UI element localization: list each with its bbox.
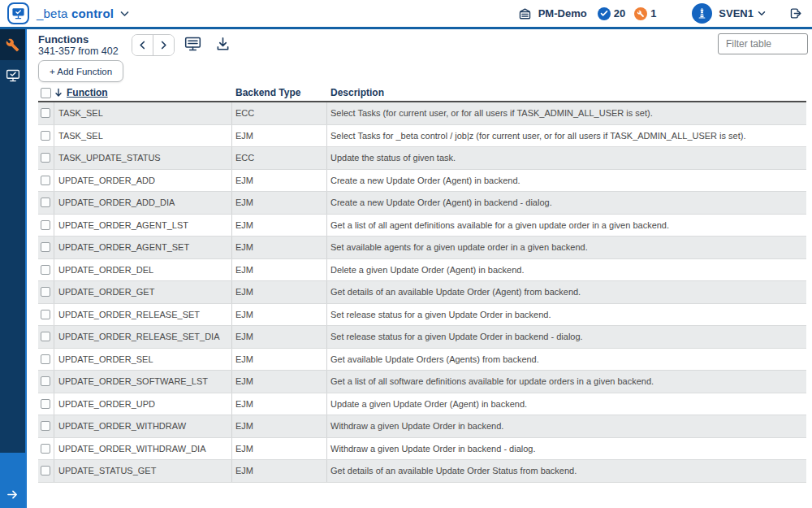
row-checkbox[interactable]	[41, 242, 50, 252]
column-function[interactable]: Function	[54, 87, 232, 98]
row-checkbox-cell	[38, 281, 54, 303]
chevron-down-icon[interactable]	[758, 11, 766, 16]
table-row[interactable]: UPDATE_ORDER_RELEASE_SET EJM Set release…	[38, 304, 806, 327]
column-function-label[interactable]: Function	[67, 87, 108, 98]
cell-description: Get available Update Orders (Agents) fro…	[327, 349, 806, 371]
table-row[interactable]: TASK_UPDATE_STATUS ECC Update the status…	[38, 147, 806, 170]
system-label: PM-Demo	[538, 7, 587, 20]
row-checkbox[interactable]	[41, 444, 50, 454]
column-backend-type[interactable]: Backend Type	[232, 87, 327, 98]
cell-description: Set available agents for a given update …	[327, 237, 806, 258]
cell-function: UPDATE_ORDER_SOFTWARE_LST	[54, 371, 232, 393]
cell-function: UPDATE_ORDER_WITHDRAW_DIA	[54, 438, 232, 460]
cell-function: UPDATE_ORDER_WITHDRAW	[54, 415, 232, 437]
row-checkbox[interactable]	[41, 376, 50, 386]
wrench-circle-icon[interactable]	[634, 7, 647, 20]
username[interactable]: SVEN1	[719, 7, 754, 20]
table-row[interactable]: UPDATE_ORDER_WITHDRAW EJM Withdraw a giv…	[38, 415, 806, 438]
table-row[interactable]: UPDATE_ORDER_GET EJM Get details of an a…	[38, 281, 806, 304]
cell-description: Select Tasks (for current user, or for a…	[327, 102, 806, 124]
row-checkbox-cell	[38, 460, 54, 482]
page-title: Functions	[38, 33, 89, 46]
row-checkbox-cell	[38, 125, 54, 147]
logout-icon[interactable]	[788, 7, 802, 20]
table-row[interactable]: UPDATE_STATUS_GET EJM Get details of an …	[38, 460, 806, 483]
wrench-icon	[6, 38, 19, 52]
table-row[interactable]: UPDATE_ORDER_AGENT_LST EJM Get a list of…	[38, 215, 806, 237]
row-checkbox[interactable]	[41, 399, 50, 409]
brand-prefix: _beta	[37, 7, 71, 20]
cell-function: UPDATE_ORDER_ADD_DIA	[54, 192, 232, 214]
cell-function: UPDATE_ORDER_RELEASE_SET_DIA	[54, 326, 232, 348]
cell-description: Withdraw a given Update Order in backend…	[327, 415, 806, 437]
prev-page-button[interactable]	[132, 35, 153, 55]
row-checkbox[interactable]	[41, 265, 50, 275]
cell-function: UPDATE_ORDER_UPD	[54, 393, 232, 415]
row-checkbox[interactable]	[41, 220, 50, 230]
table-row[interactable]: UPDATE_ORDER_SEL EJM Get available Updat…	[38, 349, 806, 371]
table-row[interactable]: UPDATE_ORDER_RELEASE_SET_DIA EJM Set rel…	[38, 326, 806, 349]
row-checkbox-cell	[38, 170, 54, 192]
row-checkbox[interactable]	[41, 176, 50, 185]
check-circle-icon[interactable]	[598, 7, 611, 20]
row-checkbox-cell	[38, 215, 54, 237]
table-row[interactable]: UPDATE_ORDER_AGENT_SET EJM Set available…	[38, 237, 806, 259]
select-all-checkbox[interactable]	[41, 88, 51, 98]
cell-backend-type: EJM	[232, 170, 327, 192]
cell-description: Update a given Update Order (Agent) in b…	[327, 393, 806, 415]
row-checkbox[interactable]	[41, 198, 50, 207]
row-checkbox[interactable]	[41, 153, 50, 163]
row-checkbox-cell	[38, 326, 54, 348]
row-checkbox-cell	[38, 371, 54, 393]
ok-count: 20	[614, 7, 625, 20]
download-button[interactable]	[216, 37, 230, 51]
lighthouse-avatar-icon[interactable]	[692, 3, 712, 24]
sidebar-item-functions[interactable]	[0, 29, 25, 60]
table-row[interactable]: UPDATE_ORDER_DEL EJM Delete a given Upda…	[38, 259, 806, 282]
filter-table-input[interactable]	[718, 33, 808, 54]
row-checkbox[interactable]	[41, 131, 50, 141]
select-all-cell	[38, 88, 54, 98]
monitor-check-logo-icon	[11, 7, 25, 20]
row-checkbox[interactable]	[41, 310, 50, 319]
brand-bold: control	[71, 7, 114, 20]
cell-backend-type: EJM	[232, 460, 327, 482]
app-logo[interactable]	[7, 2, 29, 24]
cell-backend-type: EJM	[232, 192, 327, 214]
table-row[interactable]: UPDATE_ORDER_UPD EJM Update a given Upda…	[38, 393, 806, 416]
add-function-button[interactable]: + Add Function	[38, 60, 123, 82]
chevron-down-icon[interactable]	[120, 11, 129, 17]
row-checkbox[interactable]	[41, 466, 50, 475]
table-row[interactable]: UPDATE_ORDER_ADD EJM Create a new Update…	[38, 170, 806, 193]
cell-backend-type: EJM	[232, 371, 327, 393]
display-view-button[interactable]	[184, 37, 201, 51]
arrow-right-icon	[6, 489, 19, 500]
column-description[interactable]: Description	[327, 87, 806, 98]
sidebar-expand-button[interactable]	[0, 453, 25, 508]
row-checkbox[interactable]	[41, 108, 50, 118]
row-checkbox[interactable]	[41, 332, 50, 341]
table-row[interactable]: UPDATE_ORDER_SOFTWARE_LST EJM Get a list…	[38, 371, 806, 393]
chevron-left-icon	[139, 41, 146, 50]
sort-down-icon[interactable]	[54, 88, 63, 98]
cell-description: Select Tasks for _beta control / job|z (…	[327, 125, 806, 147]
table-row[interactable]: UPDATE_ORDER_ADD_DIA EJM Create a new Up…	[38, 192, 806, 215]
row-checkbox-cell	[38, 393, 54, 415]
table-row[interactable]: TASK_SEL EJM Select Tasks for _beta cont…	[38, 125, 806, 148]
row-checkbox-cell	[38, 349, 54, 371]
row-checkbox-cell	[38, 192, 54, 214]
table-row[interactable]: UPDATE_ORDER_WITHDRAW_DIA EJM Withdraw a…	[38, 438, 806, 461]
page-range: 341-357 from 402	[38, 46, 119, 57]
next-page-button[interactable]	[153, 35, 174, 55]
cell-backend-type: EJM	[232, 349, 327, 371]
row-checkbox-cell	[38, 304, 54, 326]
brand-title[interactable]: _beta control	[37, 7, 114, 20]
cell-function: UPDATE_STATUS_GET	[54, 460, 232, 482]
cell-description: Update the status of given task.	[327, 147, 806, 169]
sidebar-item-monitor[interactable]	[0, 60, 25, 91]
row-checkbox[interactable]	[41, 421, 50, 431]
table-row[interactable]: TASK_SEL ECC Select Tasks (for current u…	[38, 102, 806, 125]
cell-function: UPDATE_ORDER_DEL	[54, 259, 232, 281]
row-checkbox[interactable]	[41, 287, 50, 297]
row-checkbox[interactable]	[41, 354, 50, 364]
